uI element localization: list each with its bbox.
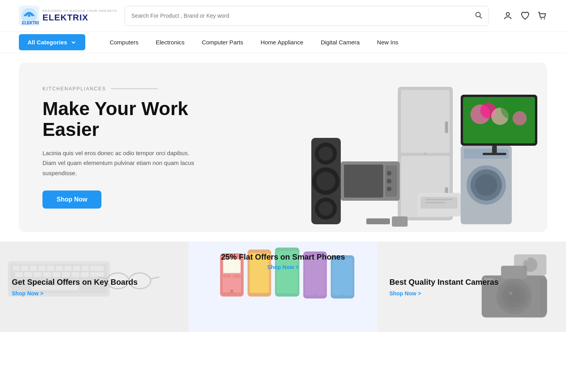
svg-point-91 <box>314 294 317 297</box>
nav-link-electronics[interactable]: Electronics <box>147 32 193 53</box>
promo-cards-row: Get Special Offers on Key Boards Shop No… <box>0 242 566 332</box>
hero-image-area <box>280 62 547 232</box>
svg-line-5 <box>480 16 482 18</box>
svg-point-2 <box>28 15 30 17</box>
hero-title: Make Your Work Easier <box>42 99 200 140</box>
svg-point-85 <box>258 293 261 297</box>
hero-category-label: KITCHENAPPLIANCES <box>42 86 200 92</box>
promo-phones-text: 25% Flat Offers on Smart Phones Shop Now… <box>189 242 377 273</box>
svg-point-6 <box>506 13 509 16</box>
nav-item-electronics[interactable]: Electronics <box>147 32 193 53</box>
hero-description: Lacinia quis vel eros donec ac odio temp… <box>42 148 200 178</box>
search-icon <box>474 11 482 19</box>
svg-rect-80 <box>233 275 241 278</box>
svg-point-94 <box>341 294 344 297</box>
svg-rect-103 <box>540 278 547 314</box>
nav-link-computer-parts[interactable]: Computer Parts <box>193 32 252 53</box>
svg-point-7 <box>541 18 542 20</box>
promo-card-phones: 25% Flat Offers on Smart Phones Shop Now… <box>188 242 377 332</box>
svg-point-24 <box>387 179 391 183</box>
account-icon <box>503 11 513 20</box>
nav-link-computers[interactable]: Computers <box>101 32 147 53</box>
svg-point-32 <box>319 201 333 216</box>
promo-keyboards-title: Get Special Offers on Key Boards <box>12 277 138 287</box>
logo-text: ELEKTRIX <box>42 13 117 23</box>
svg-point-25 <box>387 187 391 191</box>
promo-phones-title: 25% Flat Offers on Smart Phones <box>197 253 369 262</box>
svg-rect-44 <box>425 199 453 200</box>
header-icons <box>503 11 547 20</box>
svg-point-18 <box>475 174 497 196</box>
svg-point-88 <box>286 293 289 296</box>
svg-point-23 <box>387 171 391 176</box>
svg-text:ELEKTRIX: ELEKTRIX <box>22 21 39 25</box>
all-categories-label: All Categories <box>28 39 67 46</box>
appliances-illustration <box>280 63 547 232</box>
nav-link-new-ins[interactable]: New Ins <box>368 32 407 53</box>
heart-icon <box>520 11 530 20</box>
promo-cameras-text: Best Quality Instant Cameras Shop Now > <box>378 265 511 308</box>
svg-rect-40 <box>492 146 497 154</box>
hero-text-area: KITCHENAPPLIANCES Make Your Work Easier … <box>19 62 223 232</box>
nav-link-home-appliance[interactable]: Home Appliance <box>252 32 312 53</box>
chevron-down-icon <box>70 39 77 46</box>
promo-keyboards-link[interactable]: Shop Now > <box>12 290 138 297</box>
promo-keyboards-text: Get Special Offers on Key Boards Shop No… <box>0 265 149 308</box>
promo-card-keyboards: Get Special Offers on Key Boards Shop No… <box>0 242 188 332</box>
svg-rect-10 <box>401 90 450 153</box>
promo-card-cameras: Best Quality Instant Cameras Shop Now > <box>378 242 566 332</box>
search-input[interactable] <box>125 8 468 24</box>
svg-point-81 <box>230 289 233 293</box>
search-button[interactable] <box>468 6 489 26</box>
hero-banner: KITCHENAPPLIANCES Make Your Work Easier … <box>19 62 547 232</box>
logo-area: ELEKTRIX DESIGNED TO MANAGE YOUR GADGETS… <box>19 5 117 26</box>
svg-rect-45 <box>425 202 445 203</box>
svg-rect-79 <box>223 275 231 278</box>
nav-item-home-appliance[interactable]: Home Appliance <box>252 32 312 53</box>
promo-cameras-link[interactable]: Shop Now > <box>390 290 499 297</box>
svg-point-8 <box>544 18 545 20</box>
hero-shop-now-button[interactable]: Shop Now <box>42 191 101 209</box>
svg-rect-47 <box>366 218 390 224</box>
all-categories-button[interactable]: All Categories <box>19 34 85 50</box>
nav-link-digital-camera[interactable]: Digital Camera <box>312 32 368 53</box>
svg-rect-41 <box>483 153 506 155</box>
elektrix-logo-icon: ELEKTRIX <box>19 5 39 26</box>
search-bar <box>125 6 489 26</box>
promo-cameras-title: Best Quality Instant Cameras <box>390 277 499 287</box>
svg-rect-21 <box>344 165 383 198</box>
svg-point-39 <box>513 111 527 125</box>
svg-line-74 <box>151 277 159 279</box>
logo-subtitle: DESIGNED TO MANAGE YOUR GADGETS <box>42 9 117 13</box>
svg-rect-46 <box>392 216 408 227</box>
nav-item-computers[interactable]: Computers <box>101 32 147 53</box>
cart-icon <box>538 11 547 20</box>
wishlist-button[interactable] <box>520 11 530 20</box>
site-header: ELEKTRIX DESIGNED TO MANAGE YOUR GADGETS… <box>0 0 566 32</box>
navigation-bar: All Categories Computers Electronics Com… <box>0 32 566 53</box>
svg-rect-12 <box>445 121 448 133</box>
svg-point-105 <box>523 258 537 272</box>
nav-item-computer-parts[interactable]: Computer Parts <box>193 32 252 53</box>
account-button[interactable] <box>503 11 513 20</box>
svg-point-31 <box>316 172 335 191</box>
nav-item-new-ins[interactable]: New Ins <box>368 32 407 53</box>
nav-item-digital-camera[interactable]: Digital Camera <box>312 32 368 53</box>
promo-phones-link[interactable]: Shop Now > <box>197 264 369 270</box>
svg-point-30 <box>319 147 333 161</box>
nav-links: Computers Electronics Computer Parts Hom… <box>101 32 407 53</box>
cart-button[interactable] <box>538 11 547 20</box>
svg-point-106 <box>526 258 529 261</box>
